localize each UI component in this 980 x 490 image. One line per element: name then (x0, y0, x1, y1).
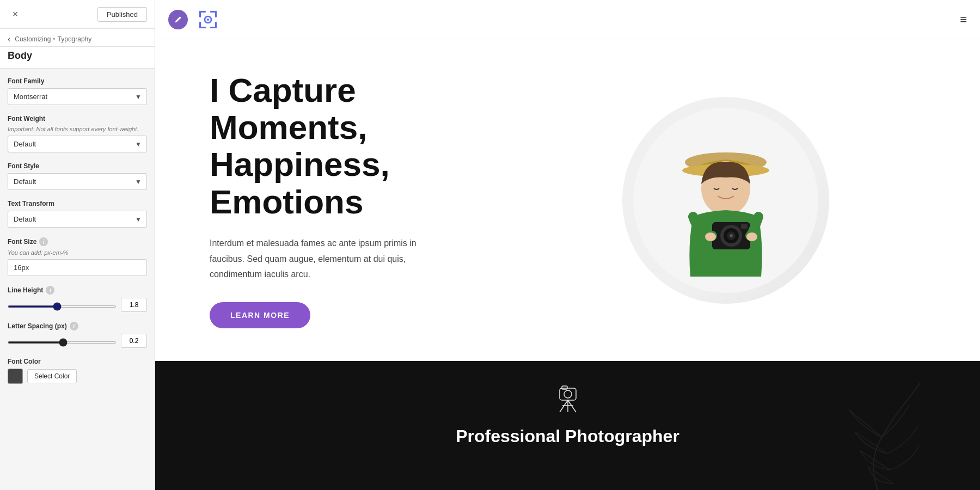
breadcrumb: ‹ Customizing • Typography (0, 29, 155, 47)
font-style-label: Font Style (8, 162, 147, 170)
svg-rect-7 (215, 22, 217, 28)
svg-rect-24 (562, 386, 567, 389)
font-color-group: Font Color Select Color (8, 358, 147, 384)
letter-spacing-label: Letter Spacing (px) (8, 322, 67, 330)
svg-rect-5 (199, 22, 201, 28)
svg-point-21 (746, 232, 757, 241)
svg-rect-3 (215, 11, 217, 17)
letter-spacing-value[interactable] (121, 334, 147, 348)
letter-spacing-slider[interactable] (8, 341, 117, 344)
svg-point-20 (705, 232, 716, 241)
font-weight-select-wrapper: Default 100 - Thin 300 - Light 400 - Nor… (8, 136, 147, 152)
line-height-slider[interactable] (8, 305, 117, 308)
font-style-select-wrapper: Default Normal Italic Oblique ▼ (8, 173, 147, 190)
text-transform-label: Text Transform (8, 200, 147, 207)
text-transform-group: Text Transform Default None Capitalize U… (8, 200, 147, 228)
footer-section: Professional Photographer (155, 361, 980, 490)
text-transform-select[interactable]: Default None Capitalize Uppercase Lowerc… (8, 211, 147, 228)
section-title: Body (0, 47, 155, 69)
leaf-decoration-icon (838, 377, 947, 490)
text-transform-select-wrapper: Default None Capitalize Uppercase Lowerc… (8, 211, 147, 228)
edit-icon[interactable] (168, 10, 188, 29)
hero-image-area (514, 97, 936, 304)
letter-spacing-group: Letter Spacing (px) i (8, 322, 147, 348)
line-height-slider-wrapper (8, 300, 117, 310)
hero-text: I Capture Moments, Happiness, Emotions I… (210, 72, 514, 328)
font-style-select[interactable]: Default Normal Italic Oblique (8, 173, 147, 190)
font-size-sublabel: You can add: px-em-% (8, 249, 147, 256)
font-size-label: Font Size (8, 238, 36, 246)
font-family-label: Font Family (8, 77, 147, 85)
footer-title: Professional Photographer (456, 426, 679, 446)
select-color-button[interactable]: Select Color (27, 369, 77, 383)
hero-description: Interdum et malesuada fames ac ante ipsu… (210, 236, 427, 283)
panel-body: Font Family Montserrat Default Open Sans… (0, 69, 155, 393)
line-height-info-icon[interactable]: i (46, 286, 54, 295)
preview-panel: ≡ I Capture Moments, Happiness, Emotions… (155, 0, 980, 490)
color-swatch[interactable] (8, 369, 23, 384)
font-style-group: Font Style Default Normal Italic Oblique… (8, 162, 147, 190)
svg-line-25 (560, 400, 568, 412)
hero-section: I Capture Moments, Happiness, Emotions I… (155, 39, 980, 361)
letter-spacing-info-icon[interactable]: i (70, 322, 78, 330)
font-family-select-wrapper: Montserrat Default Open Sans Roboto Lato… (8, 88, 147, 105)
customizer-panel: × Published ‹ Customizing • Typography B… (0, 0, 155, 490)
line-height-value[interactable] (121, 298, 147, 312)
font-weight-group: Font Weight Important: Not all fonts sup… (8, 115, 147, 152)
font-weight-sublabel: Important: Not all fonts support every f… (8, 126, 147, 132)
line-height-label: Line Height (8, 286, 43, 294)
close-button[interactable]: × (8, 7, 23, 22)
camera-tripod-icon (552, 383, 584, 418)
font-color-label: Font Color (8, 358, 147, 365)
back-button[interactable]: ‹ (8, 34, 10, 44)
published-button[interactable]: Published (97, 7, 147, 22)
preview-content: I Capture Moments, Happiness, Emotions I… (155, 39, 980, 490)
hamburger-icon[interactable]: ≡ (960, 13, 967, 27)
panel-top-bar: × Published (0, 0, 155, 29)
learn-more-button[interactable]: LEARN MORE (210, 302, 310, 328)
hero-title: I Capture Moments, Happiness, Emotions (210, 72, 514, 220)
font-weight-label: Font Weight (8, 115, 147, 122)
font-family-group: Font Family Montserrat Default Open Sans… (8, 77, 147, 105)
letter-spacing-slider-wrapper (8, 336, 117, 346)
hero-circle (622, 97, 829, 304)
font-family-select[interactable]: Montserrat Default Open Sans Roboto Lato (8, 88, 147, 105)
svg-point-18 (730, 234, 733, 237)
camera-target-icon (194, 6, 222, 33)
font-size-input[interactable] (8, 259, 147, 276)
svg-rect-1 (199, 11, 201, 17)
svg-line-27 (568, 400, 576, 412)
font-size-group: Font Size i You can add: px-em-% (8, 237, 147, 276)
font-weight-select[interactable]: Default 100 - Thin 300 - Light 400 - Nor… (8, 136, 147, 152)
svg-point-23 (564, 390, 572, 398)
font-size-info-icon[interactable]: i (39, 237, 48, 246)
preview-topbar: ≡ (155, 0, 980, 39)
svg-point-9 (207, 19, 209, 21)
svg-rect-19 (741, 224, 748, 229)
line-height-group: Line Height i (8, 286, 147, 312)
